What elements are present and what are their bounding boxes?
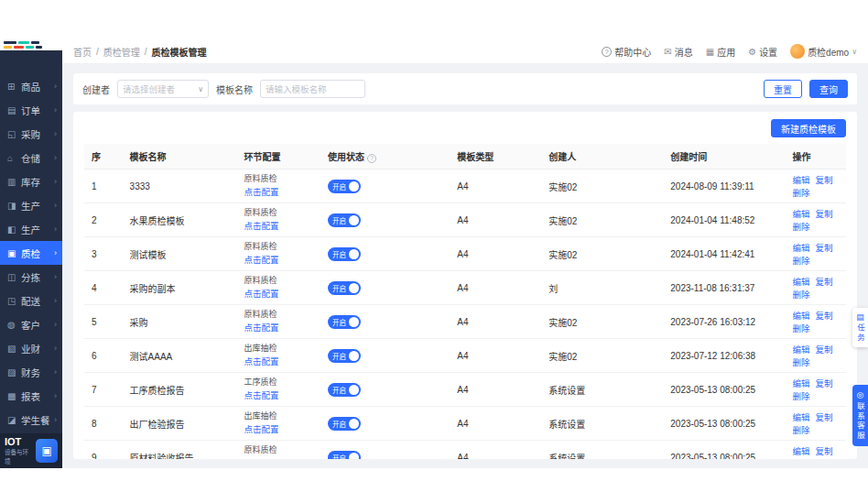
edit-link[interactable]: 编辑 [792, 311, 809, 321]
sidebar-item-goods[interactable]: ⊞ 商品 › [0, 74, 62, 98]
search-button[interactable]: 查询 [809, 80, 848, 98]
sidebar-item-warehouse[interactable]: ⌂ 仓储 › [0, 146, 62, 169]
sidebar-item-finance[interactable]: ▨ 财务 › [0, 360, 62, 384]
status-toggle[interactable]: 开启 [328, 451, 361, 460]
edit-link[interactable]: 编辑 [792, 378, 809, 388]
configure-link[interactable]: 点击配置 [244, 424, 278, 434]
sidebar-item-production2[interactable]: ◧ 生产 › [0, 217, 62, 241]
status-toggle[interactable]: 开启 [328, 247, 361, 261]
edit-link[interactable]: 编辑 [792, 243, 809, 253]
sidebar-item-meals[interactable]: ◪ 学生餐 › [0, 408, 62, 432]
sidebar-item-sorting[interactable]: ◫ 分拣 › [0, 265, 62, 289]
reports-icon: ▩ [7, 391, 17, 401]
configure-link[interactable]: 点击配置 [244, 221, 278, 231]
messages-button[interactable]: ✉ 消息 [664, 45, 692, 59]
delete-link[interactable]: 删除 [792, 290, 809, 300]
copy-link[interactable]: 复制 [815, 446, 832, 456]
copy-link[interactable]: 复制 [815, 243, 832, 253]
creator-select[interactable]: 请选择创建者 ∨ [117, 80, 209, 98]
edit-link[interactable]: 编辑 [792, 412, 809, 422]
username: 质检demo [808, 45, 849, 59]
status-toggle[interactable]: 开启 [328, 315, 361, 329]
stage-name: 原料质检 [244, 242, 313, 253]
table-row: 8 出厂检验报告 出库抽检 点击配置 开启 A4 系统设置 2023-05-13… [84, 407, 846, 441]
configure-link[interactable]: 点击配置 [244, 390, 278, 400]
sidebar-item-inspection[interactable]: ▣ 质检 › [0, 241, 62, 265]
copy-link[interactable]: 复制 [815, 175, 832, 185]
row-actions: 编辑复制删除 [785, 237, 846, 271]
template-type-cell: A4 [450, 373, 541, 407]
delete-link[interactable]: 删除 [792, 323, 809, 334]
top-bar-actions: ? 帮助中心 ✉ 消息 ▦ 应用 ⚙ 设置 质检demo ∨ [602, 44, 857, 59]
status-toggle[interactable]: 开启 [328, 349, 361, 363]
reset-button[interactable]: 重置 [764, 80, 802, 98]
sidebar-item-delivery[interactable]: ◳ 配送 › [0, 289, 62, 312]
edit-link[interactable]: 编辑 [792, 344, 809, 355]
user-menu[interactable]: 质检demo ∨ [790, 44, 857, 59]
sidebar-item-reports[interactable]: ▩ 报表 › [0, 384, 62, 408]
delete-link[interactable]: 删除 [792, 222, 809, 232]
sidebar-item-customers[interactable]: ◍ 客户 › [0, 312, 62, 336]
delete-link[interactable]: 删除 [792, 188, 809, 198]
configure-link[interactable]: 点击配置 [244, 255, 278, 265]
status-toggle[interactable]: 开启 [328, 417, 361, 431]
configure-link[interactable]: 点击配置 [244, 458, 278, 459]
delete-link[interactable]: 删除 [792, 391, 809, 401]
copy-link[interactable]: 复制 [815, 344, 832, 355]
copy-link[interactable]: 复制 [815, 412, 832, 422]
copy-link[interactable]: 复制 [815, 311, 832, 321]
copy-link[interactable]: 复制 [815, 378, 832, 388]
template-type-cell: A4 [450, 441, 541, 460]
status-toggle[interactable]: 开启 [328, 383, 361, 397]
delete-link[interactable]: 删除 [792, 256, 809, 266]
stage-name: 出库抽检 [244, 344, 313, 355]
sidebar-item-purchase[interactable]: ◱ 采购 › [0, 122, 62, 146]
row-actions: 编辑复制删除 [785, 407, 846, 441]
apps-button[interactable]: ▦ 应用 [706, 45, 735, 59]
template-name-input[interactable] [260, 80, 365, 98]
sidebar-item-inventory[interactable]: ▥ 库存 › [0, 169, 62, 193]
help-center-button[interactable]: ? 帮助中心 [602, 45, 651, 59]
configure-link[interactable]: 点击配置 [244, 356, 278, 366]
copy-link[interactable]: 复制 [815, 277, 832, 287]
delete-link[interactable]: 删除 [792, 425, 809, 435]
template-name-filter-label: 模板名称 [216, 82, 253, 96]
help-center-label: 帮助中心 [614, 45, 651, 59]
apps-label: 应用 [717, 45, 735, 59]
status-toggle[interactable]: 开启 [328, 213, 361, 227]
chevron-right-icon: › [54, 82, 57, 91]
configure-link[interactable]: 点击配置 [244, 289, 278, 299]
column-header: 序 [84, 144, 123, 169]
settings-button[interactable]: ⚙ 设置 [748, 45, 777, 59]
breadcrumb-home[interactable]: 首页 [73, 45, 92, 59]
edit-link[interactable]: 编辑 [792, 277, 809, 287]
status-toggle[interactable]: 开启 [328, 281, 361, 295]
new-template-button[interactable]: 新建质检模板 [771, 119, 846, 137]
contact-support-float-button[interactable]: ◎ 联系客服 [852, 385, 868, 446]
edit-link[interactable]: 编辑 [792, 209, 809, 219]
chevron-right-icon: › [54, 153, 57, 162]
configure-link[interactable]: 点击配置 [244, 187, 278, 197]
sidebar-item-bizfinance[interactable]: ▧ 业财 › [0, 336, 62, 360]
breadcrumb-section[interactable]: 质检管理 [103, 45, 140, 59]
iot-logo-subtitle: 设备与环境 [5, 447, 31, 465]
configure-link[interactable]: 点击配置 [244, 323, 278, 333]
chevron-right-icon: › [54, 248, 57, 257]
row-index: 3 [84, 237, 123, 271]
sidebar-item-production[interactable]: ◨ 生产 › [0, 193, 62, 217]
edit-link[interactable]: 编辑 [792, 175, 809, 185]
sidebar-item-orders[interactable]: ▤ 订单 › [0, 98, 62, 122]
table-card: 新建质检模板 序模板名称环节配置使用状态?模板类型创建人创建时间操作 1 333… [73, 112, 857, 459]
template-name-cell: 测试模板 [123, 237, 237, 271]
edit-link[interactable]: 编辑 [792, 446, 809, 456]
status-toggle[interactable]: 开启 [328, 180, 361, 193]
row-actions: 编辑复制删除 [785, 339, 846, 373]
created-time-cell: 2024-01-04 11:42:41 [663, 237, 785, 271]
chevron-right-icon: › [54, 105, 57, 115]
tasks-float-button[interactable]: ▤ 任务 [852, 308, 868, 347]
delete-link[interactable]: 删除 [792, 357, 809, 367]
copy-link[interactable]: 复制 [815, 209, 832, 219]
chevron-right-icon: › [54, 320, 57, 329]
question-circle-icon[interactable]: ? [367, 154, 376, 163]
sidebar-item-label: 客户 [21, 318, 40, 332]
